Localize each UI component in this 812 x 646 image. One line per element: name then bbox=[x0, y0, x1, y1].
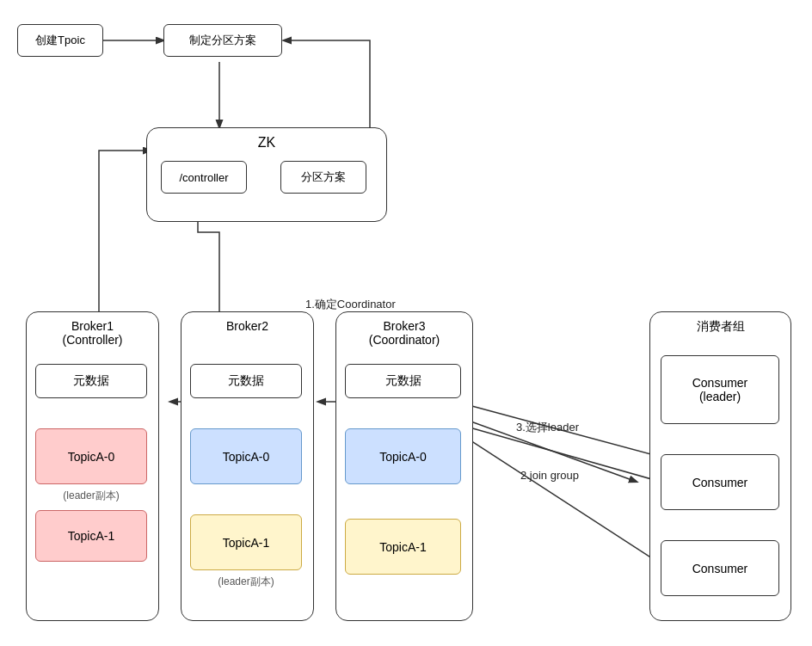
topicA0-b2-box: TopicA-0 bbox=[190, 428, 302, 484]
controller-path-box: /controller bbox=[161, 161, 247, 194]
broker3-label: Broker3 (Coordinator) bbox=[369, 319, 440, 347]
topicA1-b2-box: TopicA-1 bbox=[190, 514, 302, 570]
topicA1-b2-label: TopicA-1 bbox=[223, 536, 269, 550]
consumer2-box: Consumer bbox=[661, 454, 779, 510]
topicA0-b2-label: TopicA-0 bbox=[223, 450, 269, 464]
zk-box: ZK /controller 分区方案 bbox=[146, 127, 387, 222]
controller-path-label: /controller bbox=[179, 171, 228, 184]
partition-plan-zk-box: 分区方案 bbox=[280, 161, 366, 194]
join-group-label: 2.join group bbox=[520, 469, 579, 482]
broker3-box: Broker3 (Coordinator) 元数据 TopicA-0 Topic… bbox=[335, 311, 473, 621]
svg-line-8 bbox=[458, 433, 667, 568]
consumer3-label: Consumer bbox=[692, 562, 748, 575]
meta1-label: 元数据 bbox=[73, 373, 109, 389]
create-topic-label: 创建Tpoic bbox=[35, 33, 85, 48]
broker2-box: Broker2 元数据 TopicA-0 TopicA-1 (leader副本) bbox=[181, 311, 314, 621]
broker2-label: Broker2 bbox=[226, 319, 268, 333]
consumer-leader-box: Consumer (leader) bbox=[661, 355, 779, 424]
select-leader-label: 3.选择leader bbox=[516, 420, 579, 435]
topicA0-b3-label: TopicA-0 bbox=[379, 450, 426, 464]
consumer2-label: Consumer bbox=[692, 476, 748, 489]
meta3-label: 元数据 bbox=[385, 373, 421, 389]
consumer3-box: Consumer bbox=[661, 540, 779, 596]
topicA0-b1-label: TopicA-0 bbox=[68, 450, 114, 464]
coordinator-label: 1.确定Coordinator bbox=[305, 297, 396, 312]
partition-plan-box: 制定分区方案 bbox=[163, 24, 282, 57]
topicA0-b1-box: TopicA-0 bbox=[35, 428, 147, 484]
meta2-box: 元数据 bbox=[190, 364, 302, 398]
consumer-group-box: 消费者组 Consumer (leader) Consumer Consumer bbox=[649, 311, 791, 621]
topicA1-b3-box: TopicA-1 bbox=[345, 519, 461, 575]
broker1-label: Broker1 (Controller) bbox=[62, 319, 122, 347]
topicA1-b3-label: TopicA-1 bbox=[379, 540, 426, 554]
leader-copy1-label: (leader副本) bbox=[63, 489, 119, 501]
meta2-label: 元数据 bbox=[228, 373, 264, 389]
meta1-box: 元数据 bbox=[35, 364, 147, 398]
zk-label: ZK bbox=[258, 135, 275, 151]
topicA1-b1-label: TopicA-1 bbox=[68, 529, 114, 543]
meta3-box: 元数据 bbox=[345, 364, 461, 398]
topicA0-b3-box: TopicA-0 bbox=[345, 428, 461, 484]
consumer-leader-label: Consumer (leader) bbox=[692, 376, 748, 403]
topicA1-b1-box: TopicA-1 bbox=[35, 510, 147, 562]
partition-plan-zk-label: 分区方案 bbox=[301, 169, 346, 185]
partition-plan-label: 制定分区方案 bbox=[189, 33, 256, 48]
leader-copy2-label: (leader副本) bbox=[218, 575, 274, 588]
broker1-box: Broker1 (Controller) 元数据 TopicA-0 (leade… bbox=[26, 311, 159, 621]
consumer-group-label: 消费者组 bbox=[697, 319, 745, 333]
create-topic-box: 创建Tpoic bbox=[17, 24, 103, 57]
